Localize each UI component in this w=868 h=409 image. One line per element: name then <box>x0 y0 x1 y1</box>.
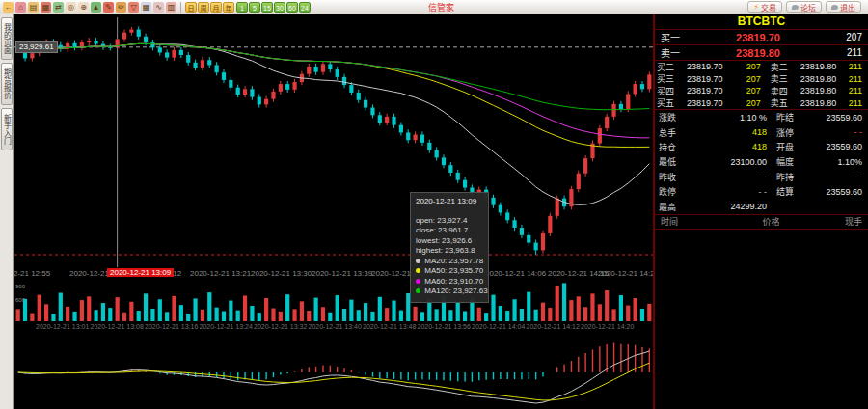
grid-icon[interactable]: ▦ <box>141 2 151 13</box>
bid1-qty: 207 <box>811 32 862 42</box>
divider <box>655 229 868 230</box>
info-row: 涨跌1.10 %昨结23559.60 <box>655 110 868 124</box>
time-label: 2020-12-21 14:20 <box>581 323 634 330</box>
toolbar-right-buttons: ⚡交易论坛退出 <box>747 1 865 13</box>
time-label: 2020-12-21 14:12 <box>527 323 580 330</box>
period-button-月[interactable]: 月 <box>210 2 222 13</box>
period-button-60min[interactable]: 60 <box>286 2 298 13</box>
period-button-日[interactable]: 日 <box>185 2 197 13</box>
ask1-qty: 211 <box>811 47 862 58</box>
box-icon[interactable]: ▦ <box>41 2 51 13</box>
selected-time-label: 2020-12-21 13:09 <box>107 268 174 277</box>
time-label: 2020-12-21 13:01 <box>36 323 89 330</box>
toolbar-separator <box>180 2 181 13</box>
ask1-label: 卖一 <box>661 45 705 60</box>
info-row: 最低23100.00幅度1.10% <box>655 154 868 169</box>
period-buttons-minute-group: 1515306024 <box>236 2 311 13</box>
bar-chart-icon[interactable]: ▥ <box>166 2 176 13</box>
time-label: 2020-12-21 13:08 <box>91 323 144 330</box>
order-level-row[interactable]: 买四23819.70207卖四23819.80211 <box>655 85 868 97</box>
info-row: 持仓418开盘23559.60 <box>655 140 868 154</box>
info-row: 最高24299.20 <box>655 199 868 213</box>
chat-icon <box>792 5 799 10</box>
main-time-axis: 2020-12-21 12:552020-12-21 13:032020-12-… <box>14 267 653 281</box>
home-icon[interactable]: ⌂ <box>15 2 26 13</box>
period-button-15min[interactable]: 15 <box>261 2 273 13</box>
lightning-icon: ⚡ <box>753 3 759 12</box>
time-label: 2020-12-21 14:06 <box>485 269 546 278</box>
trade-list-header: 时间 价格 现手 <box>655 215 868 229</box>
ask1-price: 23819.80 <box>705 47 811 59</box>
time-label: 2020-12-21 13:32 <box>254 323 307 330</box>
period-button-24min[interactable]: 24 <box>299 2 311 13</box>
time-label: 2020-12-21 14:24 <box>598 269 653 278</box>
period-button-周[interactable]: 周 <box>198 2 209 13</box>
ma-dot <box>416 279 420 284</box>
bid1-row[interactable]: 买一 23819.70 207 <box>655 30 868 44</box>
order-level-row[interactable]: 买三23819.70207卖三23819.80211 <box>655 73 868 86</box>
time-label: 2020-12-21 13:39 <box>312 269 372 278</box>
funnel-icon[interactable]: ▽ <box>128 2 139 13</box>
ma-dot <box>416 268 420 273</box>
order-level-row[interactable]: 买五23819.70207卖五23819.80211 <box>655 97 868 110</box>
tooltip-time: 2020-12-21 13:09 <box>416 197 483 207</box>
chat-icon <box>831 5 838 10</box>
bid1-price: 23819.70 <box>705 32 811 43</box>
period-button-30min[interactable]: 30 <box>274 2 285 13</box>
area-chart-icon[interactable]: ▲ <box>91 2 101 13</box>
period-button-5min[interactable]: 5 <box>249 2 260 13</box>
sidebar-tab-2[interactable]: 期货报价 <box>1 63 13 105</box>
zoom-in-icon[interactable]: ⊕ <box>78 2 89 13</box>
toolbar: ←⌂▤▦⇄◎⊕▲✎✏▽▦∿▥ 日周月年 1515306024 信管家 ⚡交易论坛… <box>0 0 868 14</box>
candle-tooltip: 2020-12-21 13:09 open: 23,927.4close: 23… <box>410 192 489 303</box>
crosshair-price-tag: 23,929.61 <box>15 41 58 53</box>
svg-text:900: 900 <box>15 284 26 289</box>
chart-area: 2020-12-21 12:552020-12-21 13:032020-12-… <box>14 14 653 409</box>
time-label: 2020-12-21 13:16 <box>145 323 198 330</box>
time-label: 2020-12-21 14:04 <box>472 323 525 330</box>
sidebar-tab-3[interactable]: 新手入门 <box>1 108 13 150</box>
symbol-title: BTCBTC <box>655 14 868 29</box>
toolbar-button-退出[interactable]: 退出 <box>826 1 861 13</box>
time-label: 2020-12-21 13:48 <box>363 323 416 330</box>
refresh-icon[interactable]: ⇄ <box>53 2 64 13</box>
toolbar-button-论坛[interactable]: 论坛 <box>786 1 822 13</box>
col-price: 价格 <box>719 215 824 228</box>
period-buttons-daily-group: 日周月年 <box>185 2 234 13</box>
col-time: 时间 <box>661 215 719 228</box>
quote-panel: BTCBTC 买一 23819.70 207 卖一 23819.80 211 买… <box>653 14 868 409</box>
sidebar-tab-1[interactable]: 我的页面 <box>1 17 13 60</box>
line-chart-icon[interactable]: ∿ <box>153 2 164 13</box>
col-volume: 现手 <box>824 215 862 228</box>
macd-pane[interactable] <box>14 334 653 409</box>
volume-pane[interactable]: 900600 <box>14 281 653 321</box>
tooltip-ohlc-rows: open: 23,927.4close: 23,961.7lowest: 23,… <box>416 216 483 257</box>
bid1-label: 买一 <box>661 30 705 44</box>
time-label: 2020-12-21 13:21 <box>190 269 251 278</box>
time-label: 2020-12-21 12:55 <box>14 269 50 278</box>
toolbar-icon-group: ←⌂▤▦⇄◎⊕▲✎✏▽▦∿▥ <box>3 2 176 13</box>
book-icon[interactable]: ▤ <box>28 2 39 13</box>
info-row: 总手418涨停- - <box>655 124 868 139</box>
time-label: 2020-12-21 13:30 <box>251 269 312 278</box>
trading-terminal: ←⌂▤▦⇄◎⊕▲✎✏▽▦∿▥ 日周月年 1515306024 信管家 ⚡交易论坛… <box>0 0 868 409</box>
left-sidebar: 我的页面期货报价新手入门 <box>0 14 14 409</box>
volume-time-axis: 2020-12-21 13:012020-12-21 13:082020-12-… <box>14 321 653 334</box>
toolbar-button-交易[interactable]: ⚡交易 <box>747 1 782 13</box>
period-button-年[interactable]: 年 <box>223 2 234 13</box>
period-button-1min[interactable]: 1 <box>236 2 248 13</box>
order-book-levels: 买二23819.70207卖二23819.80211买三23819.70207卖… <box>655 61 868 109</box>
zoom-out-icon[interactable]: ◎ <box>66 2 76 13</box>
ma-dot <box>416 288 420 293</box>
pencil-icon[interactable]: ✎ <box>103 2 114 13</box>
time-label: 2020-12-21 13:56 <box>418 323 471 330</box>
brush-icon[interactable]: ✏ <box>116 2 126 13</box>
candlestick-pane[interactable] <box>14 14 653 267</box>
brand-label: 信管家 <box>428 1 454 14</box>
back-icon[interactable]: ← <box>3 2 14 13</box>
time-label: 2020-12-21 13:24 <box>200 323 253 330</box>
ask1-row[interactable]: 卖一 23819.80 211 <box>655 45 868 60</box>
ma-dot <box>416 259 420 263</box>
info-row: 昨收- -昨持- - <box>655 170 868 184</box>
order-level-row[interactable]: 买二23819.70207卖二23819.80211 <box>655 61 868 73</box>
